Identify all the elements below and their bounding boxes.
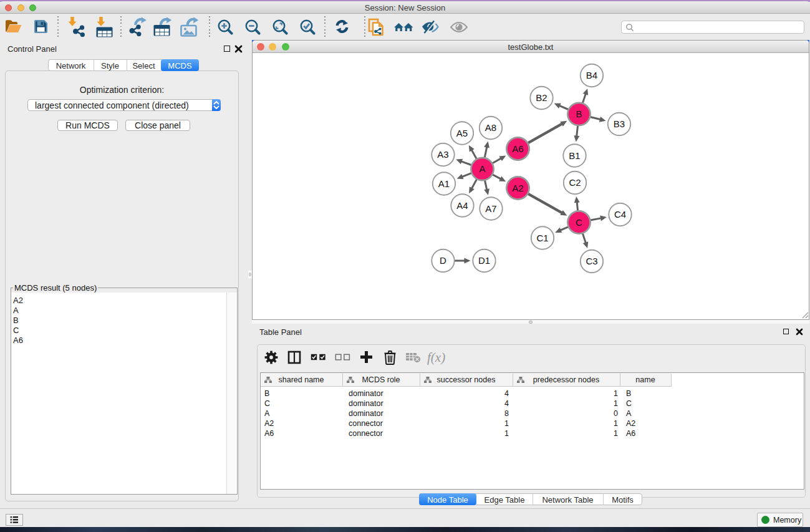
svg-text:B: B [576, 109, 582, 119]
svg-text:B1: B1 [569, 150, 580, 161]
svg-text:D: D [440, 255, 446, 266]
svg-text:B2: B2 [536, 92, 547, 103]
svg-text:B4: B4 [586, 70, 597, 80]
svg-text:A2: A2 [512, 183, 523, 193]
svg-text:A6: A6 [512, 143, 523, 154]
svg-text:C: C [576, 217, 582, 228]
svg-text:A3: A3 [437, 149, 448, 160]
svg-text:C3: C3 [586, 256, 597, 266]
svg-text:D1: D1 [478, 255, 490, 266]
svg-text:C4: C4 [614, 209, 626, 220]
svg-text:A5: A5 [456, 128, 468, 138]
svg-text:A1: A1 [438, 178, 450, 189]
svg-text:A4: A4 [456, 200, 468, 211]
svg-text:B3: B3 [614, 118, 625, 129]
svg-text:A8: A8 [485, 122, 496, 133]
svg-text:A: A [479, 163, 485, 174]
svg-text:C1: C1 [536, 233, 548, 243]
svg-text:C2: C2 [569, 177, 581, 188]
svg-text:A7: A7 [485, 203, 496, 214]
